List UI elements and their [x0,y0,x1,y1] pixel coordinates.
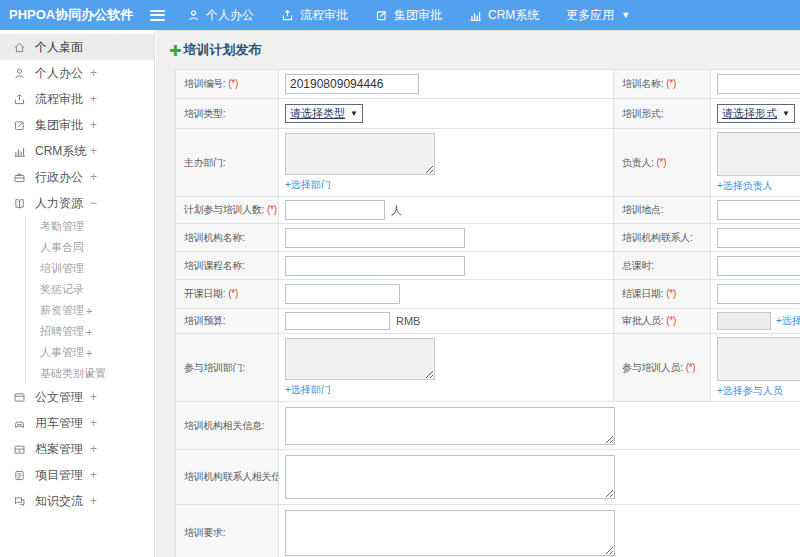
label-training-requirements: 培训要求: [176,505,279,557]
crm-chart-icon [469,9,482,22]
sidebar-subitem-salary[interactable]: 薪资管理 + [26,300,154,321]
topbar-item-crm[interactable]: CRM系统 [469,7,539,24]
planned-participants-input[interactable] [285,200,385,220]
document-icon [13,391,26,404]
label-training-location: 培训地点: [614,197,711,224]
participating-departments-textarea[interactable] [285,338,435,380]
label-institution-name: 培训机构名称: [176,224,279,252]
project-icon [13,469,26,482]
sidebar-item-projects[interactable]: 项目管理 + [0,462,154,488]
topbar-item-personal-office[interactable]: 个人办公 [187,7,254,24]
responsible-person-textarea[interactable] [717,132,800,176]
training-number-input[interactable] [285,74,419,94]
sidebar-item-archives[interactable]: 档案管理 + [0,436,154,462]
label-end-date: 结课日期:(*) [614,280,711,309]
host-department-textarea[interactable] [285,133,435,175]
topbar-menu: 个人办公 流程审批 集团审批 CRM系统 更多应用 ▼ [187,7,657,24]
select-approvers-link[interactable]: +选择审批人员 [776,315,800,326]
label-planned-participants: 计划参与培训人数:(*) [176,197,279,224]
label-institution-info: 培训机构相关信息: [176,402,279,450]
sidebar-item-vehicles[interactable]: 用车管理 + [0,410,154,436]
training-name-input[interactable] [717,74,800,94]
training-requirements-textarea[interactable] [285,510,615,556]
label-responsible-person: 负责人:(*) [614,129,711,197]
label-training-number: 培训编号:(*) [176,70,279,99]
sidebar-item-group-approval[interactable]: 集团审批 + [0,112,154,138]
label-budget: 培训预算: [176,309,279,334]
participating-staff-textarea[interactable] [717,337,800,381]
archive-icon [13,443,26,456]
label-training-format: 培训形式: [614,99,711,129]
crm-chart-icon [13,145,26,158]
briefcase-icon [13,171,26,184]
budget-input[interactable] [285,312,390,330]
sidebar-item-admin-office[interactable]: 行政办公 + [0,164,154,190]
sidebar-subitem-hr-contract[interactable]: 人事合同 [26,237,154,258]
course-name-input[interactable] [285,256,465,276]
sidebar-subitem-rewards[interactable]: 奖惩记录 [26,279,154,300]
sidebar-item-crm[interactable]: CRM系统 + [0,138,154,164]
sidebar-subitem-training[interactable]: 培训管理 [26,258,154,279]
sidebar-subitem-personnel[interactable]: 人事管理 + [26,342,154,363]
label-training-type: 培训类型: [176,99,279,129]
hamburger-menu-icon[interactable] [150,10,165,21]
group-approval-icon [375,9,388,22]
institution-name-input[interactable] [285,228,465,248]
label-total-hours: 总课时: [614,252,711,280]
select-participants-link[interactable]: +选择参与人员 [717,384,783,398]
label-institution-contact-info: 培训机构联系人相关信息: [176,450,279,505]
select-department-link[interactable]: +选择部门 [285,383,331,397]
flow-approval-icon [13,93,26,106]
label-approvers: 审批人员:(*) [614,309,711,334]
label-training-name: 培训名称:(*) [614,70,711,99]
training-location-input[interactable] [717,200,800,220]
sidebar-item-flow-approval[interactable]: 流程审批 + [0,86,154,112]
sidebar-subitem-base-category[interactable]: 基础类别设置 + [26,363,154,384]
sidebar-item-hr[interactable]: 人力资源 − [0,190,154,216]
select-responsible-link[interactable]: +选择负责人 [717,179,773,193]
training-type-select[interactable]: 请选择类型 ▼ [285,104,363,123]
sidebar-subitem-attendance[interactable]: 考勤管理 [26,216,154,237]
caret-down-icon: ▼ [621,10,630,20]
page-title: ✚ 培训计划发布 [169,41,262,59]
label-institution-contact: 培训机构联系人: [614,224,711,252]
label-participating-staff: 参与培训人员:(*) [614,334,711,402]
sidebar-hr-submenu: 考勤管理 人事合同 培训管理 奖惩记录 薪资管理 + 招聘管理 + 人事管理 +… [25,216,154,384]
user-icon [13,67,26,80]
sidebar-item-personal-office[interactable]: 个人办公 + [0,60,154,86]
label-host-department: 主办部门: [176,129,279,197]
label-course-name: 培训课程名称: [176,252,279,280]
select-caret-icon: ▼ [350,109,358,118]
sidebar-item-knowledge[interactable]: 知识交流 + [0,488,154,514]
topbar-item-flow-approval[interactable]: 流程审批 [281,7,348,24]
training-form-table: 培训编号:(*) 培训名称:(*) 培训类型: 请选择类型 ▼ 培训形式: 请选 [175,69,800,557]
topbar: PHPOA协同办公软件 个人办公 流程审批 集团审批 CRM系统 更多应用 ▼ [0,0,800,30]
start-date-input[interactable] [285,284,400,304]
sidebar-item-documents[interactable]: 公文管理 + [0,384,154,410]
end-date-input[interactable] [717,284,800,304]
topbar-item-group-approval[interactable]: 集团审批 [375,7,442,24]
total-hours-input[interactable] [717,256,800,276]
car-icon [13,417,26,430]
select-department-link[interactable]: +选择部门 [285,178,331,192]
training-plan-form: 培训编号:(*) 培训名称:(*) 培训类型: 请选择类型 ▼ 培训形式: 请选 [175,69,800,557]
main-content: ✚ 培训计划发布 培训编号:(*) 培训名称:(*) 培训类型: 请选择类型 ▼ [156,30,800,557]
plus-icon: ✚ [169,43,182,58]
select-caret-icon: ▼ [782,109,790,118]
app-brand: PHPOA协同办公软件 [0,6,150,24]
group-approval-icon [13,119,26,132]
label-start-date: 开课日期:(*) [176,280,279,309]
chat-icon [13,495,26,508]
sidebar-subitem-recruit[interactable]: 招聘管理 + [26,321,154,342]
training-format-select[interactable]: 请选择形式 ▼ [717,104,795,123]
approvers-input[interactable] [717,312,771,330]
institution-contact-input[interactable] [717,228,800,248]
sidebar-item-personal-desktop[interactable]: 个人桌面 [0,34,154,60]
flow-approval-icon [281,9,294,22]
topbar-item-more-apps[interactable]: 更多应用 ▼ [566,7,630,24]
institution-info-textarea[interactable] [285,407,615,445]
label-participating-departments: 参与培训部门: [176,334,279,402]
home-icon [13,41,26,54]
institution-contact-info-textarea[interactable] [285,455,615,499]
hr-book-icon [13,197,26,210]
